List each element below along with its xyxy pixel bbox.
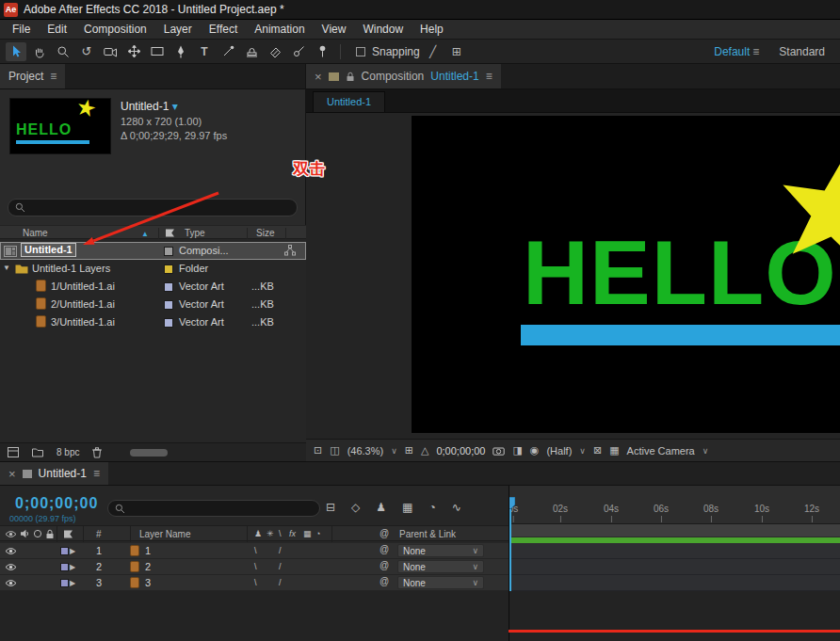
frame-blend-icon[interactable]: ▦ xyxy=(303,530,312,538)
roi-icon[interactable]: ⊠ xyxy=(593,445,602,456)
preview-time-indicator[interactable]: 0;00;00;00 xyxy=(436,445,485,457)
layer-name[interactable]: 2 xyxy=(145,561,151,572)
project-item-name[interactable]: 1/Untitled-1.ai xyxy=(51,280,115,292)
show-snapshot-icon[interactable]: ◨ xyxy=(512,445,522,456)
preview-monitor-icon[interactable]: ⊡ xyxy=(314,445,322,456)
project-item-name[interactable]: Untitled-1 Layers xyxy=(32,263,110,274)
project-item-name[interactable]: Untitled-1 xyxy=(21,243,76,257)
brush-tool[interactable] xyxy=(218,42,238,61)
view-layout-icon[interactable]: ◫ xyxy=(330,445,339,456)
lock-column-icon[interactable] xyxy=(45,529,55,539)
close-icon[interactable]: × xyxy=(8,467,16,481)
label-color-chip[interactable] xyxy=(164,282,173,292)
solo-column-icon[interactable] xyxy=(33,529,42,538)
trash-icon[interactable] xyxy=(92,447,102,458)
layer-label-chip[interactable] xyxy=(60,579,69,587)
eye-icon[interactable] xyxy=(5,579,17,587)
project-row-folder[interactable]: ▼ Untitled-1 Layers Folder xyxy=(0,260,306,278)
eye-icon[interactable] xyxy=(5,563,17,571)
frame-blending-icon[interactable]: ▦ xyxy=(402,502,412,513)
preview-item-name[interactable]: Untitled-1 xyxy=(121,100,169,113)
playhead-handle[interactable] xyxy=(509,497,515,509)
workspace-standard[interactable]: Standard xyxy=(779,45,825,58)
quality-icon[interactable]: \ xyxy=(279,530,282,538)
hide-shy-icon[interactable]: ♟ xyxy=(376,502,386,513)
horizontal-scrollbar[interactable] xyxy=(130,449,168,457)
roto-brush-tool[interactable] xyxy=(288,42,309,61)
quality-switch[interactable]: \ xyxy=(254,579,257,587)
project-row-footage[interactable]: 1/Untitled-1.ai Vector Art ...KB xyxy=(0,278,306,296)
snapshot-camera-icon[interactable] xyxy=(493,446,505,456)
resolution-dropdown[interactable]: (Half) xyxy=(546,445,572,457)
menu-layer[interactable]: Layer xyxy=(155,20,201,39)
pickwhip-icon[interactable]: @ xyxy=(380,577,389,586)
snap-features-icon[interactable]: ⊞ xyxy=(446,42,467,61)
snapping-checkbox[interactable] xyxy=(356,47,365,56)
menu-edit[interactable]: Edit xyxy=(39,20,75,39)
parent-link-column[interactable]: Parent & Link xyxy=(399,529,456,539)
menu-view[interactable]: View xyxy=(314,20,355,39)
layer-track-3[interactable] xyxy=(509,575,840,591)
interpret-footage-icon[interactable] xyxy=(8,447,19,457)
project-bit-depth[interactable]: 8 bpc xyxy=(57,447,79,457)
audio-column-icon[interactable] xyxy=(20,529,29,538)
current-time-display[interactable]: 0;00;00;00 xyxy=(15,495,98,512)
panel-menu-icon[interactable]: ≡ xyxy=(50,70,57,83)
comp-viewer-tab[interactable]: Untitled-1 xyxy=(313,91,385,112)
chevron-down-icon[interactable]: ∨ xyxy=(391,446,397,456)
lock-icon[interactable] xyxy=(346,72,355,82)
expander-open-icon[interactable]: ▼ xyxy=(3,264,10,272)
project-item-name[interactable]: 2/Untitled-1.ai xyxy=(51,298,115,310)
grid-guides-icon[interactable]: ⊞ xyxy=(405,445,413,456)
layer-label-chip[interactable] xyxy=(60,547,69,555)
layer-row-1[interactable]: ▶ 1 1 \ / @ None ∨ xyxy=(0,543,509,559)
draft-3d-icon[interactable]: ◇ xyxy=(351,502,360,513)
rectangle-tool[interactable] xyxy=(147,42,168,61)
camera-tool[interactable] xyxy=(100,42,121,61)
work-area-bar[interactable] xyxy=(509,524,840,537)
quality-switch[interactable]: \ xyxy=(254,563,257,571)
layer-name-column[interactable]: Layer Name xyxy=(139,529,190,539)
pickwhip-icon[interactable]: @ xyxy=(380,545,389,554)
chevron-down-icon[interactable]: ∨ xyxy=(703,446,709,456)
eraser-tool[interactable] xyxy=(265,42,285,61)
label-column-icon[interactable] xyxy=(63,530,73,538)
menu-animation[interactable]: Animation xyxy=(246,20,313,39)
selection-tool[interactable] xyxy=(6,42,26,61)
graph-editor-icon[interactable]: ∿ xyxy=(452,502,461,513)
panel-menu-icon[interactable]: ≡ xyxy=(93,467,100,480)
layer-label-chip[interactable] xyxy=(60,563,69,571)
hand-tool[interactable] xyxy=(29,42,50,61)
close-icon[interactable]: × xyxy=(315,70,322,84)
menu-window[interactable]: Window xyxy=(354,20,412,39)
quality-switch[interactable]: \ xyxy=(254,547,257,555)
number-column[interactable]: # xyxy=(96,529,102,539)
chevron-down-icon[interactable]: ∨ xyxy=(579,446,586,456)
parent-dropdown[interactable]: None ∨ xyxy=(397,560,484,573)
layer-name[interactable]: 1 xyxy=(145,545,151,556)
project-tab[interactable]: Project ≡ xyxy=(0,64,65,88)
video-column-icon[interactable] xyxy=(5,530,17,538)
menu-effect[interactable]: Effect xyxy=(201,20,246,39)
menu-composition[interactable]: Composition xyxy=(75,20,155,39)
layer-name[interactable]: 3 xyxy=(145,577,151,588)
shy-icon[interactable]: ♟ xyxy=(254,530,262,538)
layer-row-3[interactable]: ▶ 3 3 \ / @ None ∨ xyxy=(0,575,509,591)
type-tool[interactable]: T xyxy=(194,42,215,61)
parent-dropdown[interactable]: None ∨ xyxy=(397,576,484,589)
composition-tab[interactable]: × Composition Untitled-1 ≡ xyxy=(306,64,501,88)
rasterize-switch[interactable]: / xyxy=(279,547,282,555)
pan-behind-tool[interactable] xyxy=(123,42,144,61)
layer-row-2[interactable]: ▶ 2 2 \ / @ None ∨ xyxy=(0,559,509,575)
expander-icon[interactable]: ▶ xyxy=(70,564,75,571)
parent-dropdown[interactable]: None ∨ xyxy=(397,544,484,557)
label-color-chip[interactable] xyxy=(164,318,173,328)
active-camera-dropdown[interactable]: Active Camera xyxy=(627,445,695,457)
column-size[interactable]: Size xyxy=(256,228,274,238)
expander-icon[interactable]: ▶ xyxy=(70,548,75,555)
label-color-chip[interactable] xyxy=(164,300,173,310)
rasterize-switch[interactable]: / xyxy=(279,563,282,571)
timeline-search-input[interactable] xyxy=(107,500,320,517)
magnification-dropdown[interactable]: (46.3%) xyxy=(347,445,384,457)
menu-help[interactable]: Help xyxy=(412,20,452,39)
